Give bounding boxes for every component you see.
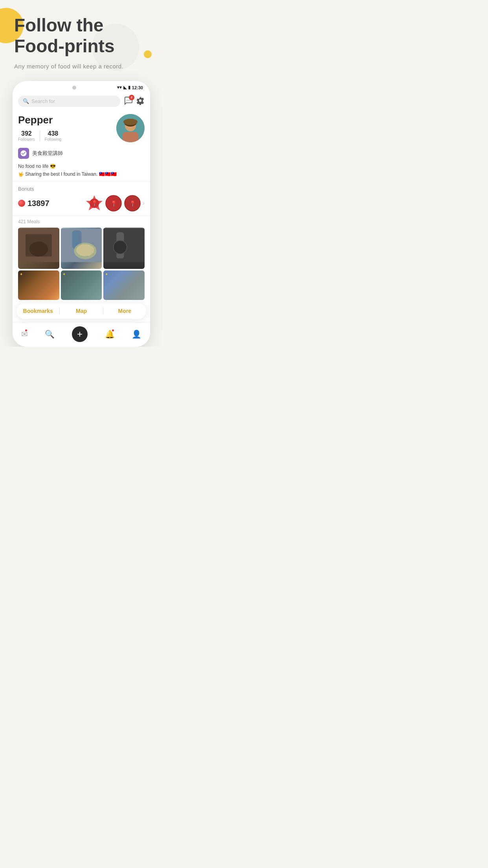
profile-name: Pepper (18, 114, 116, 126)
battery-icon: ▮ (128, 85, 130, 90)
search-section: 🔍 Search for 2 (13, 92, 150, 110)
nav-bell[interactable]: 🔔 (105, 329, 115, 339)
search-bar[interactable]: 🔍 Search for (18, 96, 120, 107)
svg-text:📍: 📍 (91, 200, 98, 207)
meal-thumb-5[interactable]: ✦ (61, 270, 102, 300)
meal-thumb-1[interactable] (18, 228, 59, 269)
bell-dot (112, 329, 114, 331)
page-background: Follow the Food-prints Any memory of foo… (0, 0, 163, 347)
bonut-badge-2: 📍 (105, 195, 122, 212)
hero-subtitle: Any memory of food will keep a record. (14, 62, 151, 71)
bio-line-2: 🤟 Sharing the best I found in Taiwan. 🇹🇼… (18, 171, 145, 178)
followers-label: Followers (18, 137, 35, 142)
avatar-image (116, 114, 145, 142)
svg-point-21 (76, 244, 94, 256)
search-icon: 🔍 (23, 98, 29, 104)
badge-section: 美食殿堂講師 (13, 145, 150, 162)
bio-line-1: No food no life 😎 (18, 163, 145, 170)
hero-title: Follow the Food-prints (14, 15, 151, 57)
bonuts-ball (18, 200, 25, 207)
badge-title: 美食殿堂講師 (32, 150, 63, 157)
second-row-meals: ✦ ✦ ✦ (18, 270, 145, 300)
meals-section: 421 Meals (13, 215, 150, 322)
bonuts-row: 13897 📍 (18, 194, 145, 212)
search-nav-icon: 🔍 (45, 329, 55, 339)
followers-count: 392 (21, 130, 32, 137)
settings-icon-wrap[interactable] (136, 96, 145, 107)
chat-icon-wrap[interactable]: 2 (124, 96, 133, 107)
meals-count: 421 Meals (18, 219, 145, 224)
chat-badge: 2 (129, 95, 134, 100)
meal-thumb-3[interactable] (103, 228, 145, 269)
svg-point-7 (123, 119, 138, 125)
bookmarks-tab[interactable]: Bookmarks (17, 306, 59, 316)
mail-dot (25, 329, 27, 331)
profile-stats: 392 Followers 438 Following (18, 130, 116, 142)
svg-point-0 (127, 100, 127, 101)
camera-dot (72, 86, 76, 90)
status-right: ▾▾ ◣ ▮ 12:30 (117, 85, 143, 90)
phone-shell: ▾▾ ◣ ▮ 12:30 🔍 Search for (13, 81, 150, 347)
bonut-badge-1: 📍 (85, 194, 103, 212)
settings-icon (136, 96, 145, 105)
bonuts-label: Bonuts (18, 186, 145, 192)
following-label: Following (45, 137, 61, 142)
bonuts-left: 13897 (18, 199, 50, 208)
app-nav-bar: ✉ 🔍 + 🔔 (13, 322, 150, 347)
more-tab[interactable]: More (103, 306, 146, 316)
meal-thumb-6[interactable]: ✦ (103, 270, 145, 300)
meal-thumb-2[interactable] (61, 228, 102, 269)
nav-user[interactable]: 👤 (132, 329, 141, 339)
floating-tabs: Bookmarks Map More (17, 303, 146, 319)
profile-left: Pepper 392 Followers 438 Following (18, 114, 116, 142)
search-placeholder: Search for (31, 98, 55, 104)
status-bar: ▾▾ ◣ ▮ 12:30 (13, 81, 150, 92)
add-icon: + (77, 329, 83, 340)
meals-grid (18, 228, 145, 269)
svg-point-24 (114, 241, 127, 254)
signal-icon: ◣ (123, 85, 127, 90)
app-content: 🔍 Search for 2 (13, 92, 150, 347)
bonuts-count: 13897 (28, 199, 50, 208)
nav-mail[interactable]: ✉ (21, 329, 28, 339)
user-icon: 👤 (132, 329, 141, 339)
phone-mockup: ▾▾ ◣ ▮ 12:30 🔍 Search for (13, 81, 150, 347)
nav-add[interactable]: + (72, 326, 88, 342)
stat-divider (40, 131, 40, 142)
user-badge-icon (18, 148, 29, 159)
nav-search[interactable]: 🔍 (45, 329, 55, 339)
bonuts-section: Bonuts 13897 📍 (13, 182, 150, 215)
bonut-badge-3: 📍 (124, 195, 141, 212)
header-icons: 2 (124, 96, 145, 107)
wifi-icon: ▾▾ (117, 85, 122, 90)
followers-stat[interactable]: 392 Followers (18, 130, 40, 142)
time-display: 12:30 (132, 85, 143, 90)
svg-point-1 (128, 100, 129, 101)
svg-rect-5 (123, 132, 138, 142)
map-tab[interactable]: Map (60, 306, 103, 316)
following-stat[interactable]: 438 Following (45, 130, 66, 142)
chevron-right-icon[interactable]: › (143, 200, 145, 207)
following-count: 438 (48, 130, 59, 137)
profile-section: Pepper 392 Followers 438 Following (13, 110, 150, 145)
add-button[interactable]: + (72, 326, 88, 342)
svg-point-17 (29, 242, 48, 257)
bio-section: No food no life 😎 🤟 Sharing the best I f… (13, 162, 150, 182)
svg-text:📍: 📍 (129, 200, 136, 207)
meal-thumb-4[interactable]: ✦ (18, 270, 59, 300)
bonuts-badges: 📍 📍 (85, 194, 145, 212)
svg-text:📍: 📍 (110, 200, 117, 207)
hero-section: Follow the Food-prints Any memory of foo… (0, 0, 163, 77)
avatar[interactable] (116, 114, 145, 142)
